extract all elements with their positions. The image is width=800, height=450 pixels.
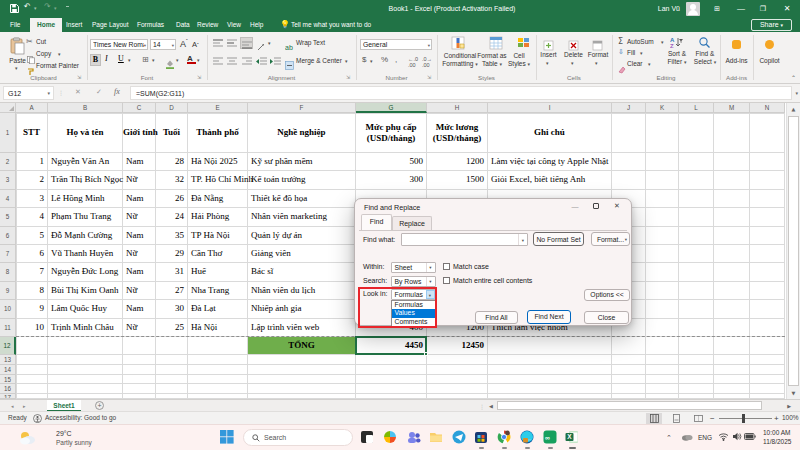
taskbar-search[interactable]: Search [243,429,353,446]
column-header-B[interactable]: B [48,103,123,113]
cell-D8[interactable]: 31 [156,263,187,280]
cell-D11[interactable]: 25 [156,319,187,336]
enter-formula-icon[interactable]: ✓ [96,88,102,96]
scroll-down-icon[interactable]: ▼ [787,390,800,396]
percent-style-icon[interactable]: % [381,55,388,64]
formula-input[interactable]: =SUM(G2:G11) [130,86,792,100]
tab-help[interactable]: Help [246,18,267,32]
vertical-scroll-thumb[interactable] [788,116,799,386]
cell-A7[interactable]: 6 [16,245,47,262]
chrome-icon[interactable] [497,430,512,445]
select-all-corner[interactable] [0,103,16,113]
cell-D2[interactable]: 28 [156,153,187,170]
zoom-slider-thumb[interactable] [742,414,745,423]
borders-dropdown-icon[interactable]: ▾ [152,57,155,63]
borders-icon[interactable]: ⊞ [142,55,149,64]
cell-G2[interactable]: 500 [356,153,426,170]
cell-B5[interactable]: Phạm Thu Trang [48,208,122,225]
copilot-taskbar-icon[interactable] [383,430,398,445]
cell-G1[interactable]: Mức phụ cấp(USD/tháng) [356,113,426,152]
cell-A8[interactable]: 7 [16,263,47,280]
cell-H1[interactable]: Mức lương(USD/tháng) [427,113,487,152]
column-header-M[interactable]: M [714,103,750,113]
cell-B6[interactable]: Đỗ Mạnh Cường [48,227,122,244]
decrease-decimal-icon[interactable]: .0→.00 [422,56,432,68]
cell-F6[interactable]: Quản lý dự án [248,227,355,244]
teams-icon[interactable] [407,430,422,445]
row-header-9[interactable]: 9 [0,282,16,300]
copilot-button[interactable]: Copilot [753,57,786,64]
align-left-icon[interactable] [213,57,223,66]
row-header-13[interactable]: 13 [0,355,16,365]
zoom-in-icon[interactable]: + [774,414,779,423]
insert-dropdown-icon[interactable]: ▾ [546,60,549,66]
redo-dropdown-icon[interactable]: ▾ [54,5,57,11]
decrease-indent-icon[interactable] [256,57,267,66]
cell-E10[interactable]: Đà Lạt [188,300,247,317]
cell-B2[interactable]: Nguyễn Văn An [48,153,122,170]
undo-icon[interactable]: ↶ [24,2,31,11]
find-select-button[interactable]: Find &Select ▾ [690,50,720,66]
cell-F2[interactable]: Kỹ sư phần mềm [248,153,355,170]
zoom-level[interactable]: 100% [782,414,799,421]
cell-D7[interactable]: 29 [156,245,187,262]
cell-A5[interactable]: 4 [16,208,47,225]
cell-H12[interactable]: 12450 [427,337,487,354]
cell-E2[interactable]: Hà Nội 2025 [188,153,247,170]
cell-E6[interactable]: TP Hà Nội [188,227,247,244]
weather-desc[interactable]: Partly sunny [56,439,92,446]
cell-B10[interactable]: Lâm Quốc Huy [48,300,122,317]
align-middle-icon[interactable] [227,39,237,48]
cell-A11[interactable]: 10 [16,319,47,336]
tray-chevron-icon[interactable]: ⌃ [666,434,672,442]
accounting-dropdown-icon[interactable]: ▾ [370,58,373,64]
cell-C1[interactable]: Giới tính [123,113,155,152]
options-button[interactable]: Options << [584,289,630,301]
align-center-icon[interactable] [227,57,237,66]
tab-insert[interactable]: Insert [62,18,86,32]
capcut-icon[interactable]: ∞ [543,430,558,445]
cell-F4[interactable]: Thiết kế đồ họa [248,190,355,207]
align-top-icon[interactable] [213,39,223,48]
insert-function-icon[interactable]: fx [114,87,120,96]
new-sheet-icon[interactable]: + [95,401,104,410]
tray-language[interactable]: ENG [698,434,712,441]
font-color-icon[interactable]: A [187,54,196,64]
row-header-6[interactable]: 6 [0,227,16,245]
column-header-G[interactable]: G [356,103,427,113]
delete-cells-button[interactable]: Delete [561,51,586,58]
telegram-icon[interactable] [452,430,467,445]
column-header-K[interactable]: K [646,103,679,113]
alignment-launcher-icon[interactable]: ⇲ [346,74,353,81]
page-layout-view-button[interactable] [668,413,684,424]
row-header-1[interactable]: 1 [0,113,16,153]
zoom-slider[interactable] [719,418,772,419]
tell-me[interactable]: Tell me what you want to do [291,18,371,32]
row-header-7[interactable]: 7 [0,245,16,263]
add-ins-icon[interactable] [732,40,741,49]
row-header-4[interactable]: 4 [0,190,16,208]
accounting-format-icon[interactable]: $ [362,55,366,64]
cell-C6[interactable]: Nam [123,227,155,244]
cell-A4[interactable]: 3 [16,190,47,207]
scroll-left-icon[interactable]: ◀ [489,403,493,409]
onedrive-icon[interactable] [681,432,693,442]
cell-A6[interactable]: 5 [16,227,47,244]
row-header-11[interactable]: 11 [0,319,16,337]
clock-date[interactable]: 11/8/2025 [763,438,791,445]
cell-H3[interactable]: 1500 [427,171,487,188]
clear-button[interactable]: Clear [627,60,643,67]
cell-styles-button[interactable]: CellStyles ▾ [503,52,535,68]
cell-F11[interactable]: Lập trình viên web [248,319,355,336]
weather-icon[interactable] [18,429,36,450]
tab-review[interactable]: Review [193,18,222,32]
match-case-label[interactable]: Match case [453,263,489,270]
column-header-N[interactable]: N [750,103,785,113]
copy-dropdown-icon[interactable]: ▾ [58,51,61,57]
decrease-font-icon[interactable]: Aˇ [192,40,199,49]
share-button[interactable]: Share ▾ [751,19,792,31]
row-header-16[interactable]: 16 [0,384,16,394]
column-header-C[interactable]: C [123,103,156,113]
cell-B7[interactable]: Vũ Thanh Huyền [48,245,122,262]
cell-C7[interactable]: Nữ [123,245,155,262]
